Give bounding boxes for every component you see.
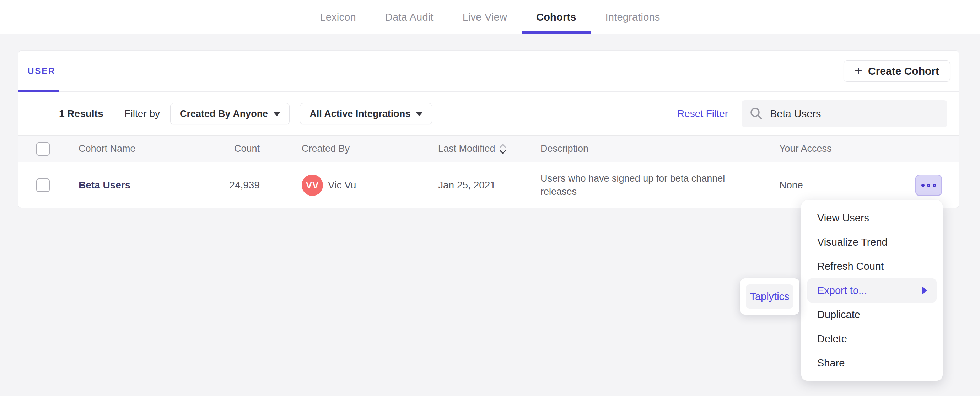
- nav-tab-lexicon[interactable]: Lexicon: [305, 0, 370, 34]
- filter-bar: 1 Results Filter by Created By Anyone Al…: [18, 92, 959, 136]
- submenu-arrow-icon: [923, 287, 928, 294]
- filter-by-label: Filter by: [125, 108, 160, 120]
- column-header-last-modified[interactable]: Last Modified: [438, 143, 541, 155]
- reset-filter-link[interactable]: Reset Filter: [677, 108, 728, 120]
- description-cell: Users who have signed up for beta channe…: [541, 172, 754, 198]
- panel-header: USER + Create Cohort: [18, 51, 959, 92]
- created-by-cell: VV Vic Vu: [260, 174, 438, 196]
- actions-cell: [915, 174, 942, 196]
- results-count: 1 Results: [59, 108, 103, 120]
- plus-icon: +: [854, 64, 862, 78]
- menu-item-share[interactable]: Share: [807, 351, 937, 375]
- top-navigation: Lexicon Data Audit Live View Cohorts Int…: [0, 0, 980, 35]
- create-cohort-label: Create Cohort: [868, 65, 939, 77]
- menu-item-view-users[interactable]: View Users: [807, 206, 937, 230]
- row-checkbox-cell: [18, 179, 78, 192]
- last-modified-cell: Jan 25, 2021: [438, 179, 541, 191]
- cohort-count: 24,939: [229, 179, 260, 191]
- created-by-dropdown[interactable]: Created By Anyone: [170, 103, 290, 125]
- integrations-dropdown[interactable]: All Active Integrations: [300, 103, 432, 125]
- table-header: Cohort Name Count Created By Last Modifi…: [18, 136, 959, 162]
- column-header-created-by[interactable]: Created By: [260, 143, 438, 154]
- sort-icon: [499, 143, 507, 155]
- column-header-cohort-name[interactable]: Cohort Name: [78, 143, 160, 154]
- access-cell: None: [779, 179, 898, 191]
- filter-bar-right: Reset Filter: [677, 100, 959, 127]
- column-header-description[interactable]: Description: [541, 143, 779, 154]
- divider: [114, 106, 115, 121]
- export-submenu: Taplytics: [740, 278, 800, 315]
- menu-item-delete[interactable]: Delete: [807, 327, 937, 351]
- chevron-down-icon: [274, 112, 280, 116]
- row-context-menu: View Users Visualize Trend Refresh Count…: [801, 200, 943, 381]
- create-cohort-button[interactable]: + Create Cohort: [843, 61, 950, 82]
- ellipsis-icon: [927, 184, 930, 187]
- row-actions-button[interactable]: [915, 174, 942, 196]
- header-checkbox-cell: [18, 142, 78, 156]
- tab-user[interactable]: USER: [28, 66, 56, 76]
- search-input[interactable]: [770, 108, 940, 120]
- filter-bar-left: 1 Results Filter by Created By Anyone Al…: [59, 103, 432, 125]
- avatar: VV: [302, 174, 323, 196]
- tab-user-active-underline: [18, 89, 59, 92]
- chevron-down-icon: [416, 112, 423, 116]
- integrations-dropdown-label: All Active Integrations: [310, 109, 410, 120]
- nav-tab-live-view[interactable]: Live View: [448, 0, 522, 34]
- submenu-item-taplytics[interactable]: Taplytics: [746, 284, 794, 308]
- ellipsis-icon: [921, 184, 924, 187]
- search-icon: [749, 107, 764, 121]
- menu-item-export-to[interactable]: Export to...: [807, 278, 937, 302]
- select-all-checkbox[interactable]: [36, 142, 50, 156]
- row-checkbox[interactable]: [36, 179, 50, 192]
- nav-tab-data-audit[interactable]: Data Audit: [371, 0, 448, 34]
- created-by-name: Vic Vu: [328, 179, 356, 191]
- ellipsis-icon: [933, 184, 936, 187]
- created-by-dropdown-label: Created By Anyone: [180, 109, 268, 120]
- column-header-count[interactable]: Count: [234, 143, 260, 154]
- search-box[interactable]: [741, 100, 947, 127]
- column-header-your-access[interactable]: Your Access: [779, 143, 898, 154]
- cohorts-panel: USER + Create Cohort 1 Results Filter by…: [18, 51, 959, 208]
- menu-item-visualize-trend[interactable]: Visualize Trend: [807, 230, 937, 254]
- nav-tab-integrations[interactable]: Integrations: [591, 0, 675, 34]
- menu-item-duplicate[interactable]: Duplicate: [807, 302, 937, 327]
- column-header-last-modified-label: Last Modified: [438, 143, 495, 154]
- menu-item-refresh-count[interactable]: Refresh Count: [807, 254, 937, 278]
- menu-item-export-to-label: Export to...: [817, 285, 867, 297]
- cohort-name-link[interactable]: Beta Users: [78, 179, 130, 190]
- nav-tab-cohorts[interactable]: Cohorts: [522, 0, 591, 34]
